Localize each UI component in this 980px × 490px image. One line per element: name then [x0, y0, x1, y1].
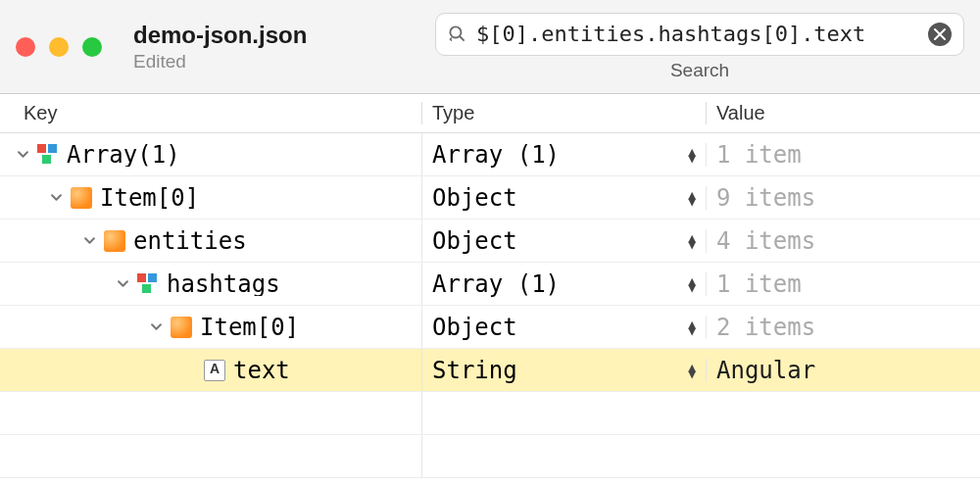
cell-key: hashtags: [0, 272, 421, 296]
cell-value[interactable]: Angular: [706, 359, 980, 382]
object-icon: [71, 187, 92, 209]
array-icon: [137, 273, 159, 295]
cell-type[interactable]: Object▲▼: [421, 176, 706, 219]
chevron-down-icon[interactable]: [16, 149, 29, 160]
key-label: Item[0]: [100, 186, 199, 210]
type-stepper[interactable]: ▲▼: [688, 191, 696, 205]
cell-value[interactable]: 2 items: [706, 316, 980, 339]
cell-key: Item[0]: [0, 186, 421, 210]
close-window-button[interactable]: [16, 37, 35, 57]
key-label: Array(1): [67, 143, 180, 167]
cell-type[interactable]: Object▲▼: [421, 220, 706, 262]
tree-row-empty: [0, 392, 980, 435]
window-subtitle: Edited: [133, 51, 307, 73]
type-stepper[interactable]: ▲▼: [688, 320, 696, 334]
key-label: text: [233, 359, 290, 382]
zoom-window-button[interactable]: [82, 37, 102, 57]
window-title: demo-json.json: [133, 22, 307, 49]
cell-value[interactable]: 1 item: [706, 272, 980, 296]
chevron-down-icon[interactable]: [149, 321, 163, 332]
cell-type[interactable]: Array (1)▲▼: [421, 263, 706, 305]
key-label: Item[0]: [200, 316, 299, 339]
column-header-value[interactable]: Value: [706, 102, 980, 124]
type-label: Object: [432, 316, 517, 339]
cell-value[interactable]: 9 items: [706, 186, 980, 210]
string-icon: [204, 360, 225, 381]
svg-line-1: [460, 36, 465, 41]
search-icon: [448, 24, 466, 43]
clear-search-button[interactable]: [928, 23, 952, 46]
type-label: Object: [432, 229, 517, 253]
type-label: Array (1): [432, 143, 560, 167]
svg-point-0: [450, 26, 461, 37]
column-headers: Key Type Value: [0, 94, 980, 133]
traffic-lights: [16, 37, 102, 57]
object-icon: [171, 317, 192, 338]
search-field[interactable]: [435, 13, 964, 56]
array-icon: [37, 144, 59, 166]
chevron-down-icon[interactable]: [49, 192, 63, 203]
tree-row-empty: [0, 435, 980, 478]
type-stepper[interactable]: ▲▼: [688, 364, 696, 377]
chevron-down-icon[interactable]: [82, 235, 96, 246]
tree-row[interactable]: Item[0]Object▲▼2 items: [0, 306, 980, 349]
type-stepper[interactable]: ▲▼: [688, 148, 696, 162]
cell-type[interactable]: String▲▼: [421, 349, 706, 391]
cell-type[interactable]: Array (1)▲▼: [421, 133, 706, 175]
column-header-type[interactable]: Type: [421, 102, 706, 124]
title-block: demo-json.json Edited: [133, 22, 307, 73]
object-icon: [104, 230, 125, 252]
cell-key: Item[0]: [0, 316, 421, 339]
cell-key: entities: [0, 229, 421, 253]
type-stepper[interactable]: ▲▼: [688, 277, 696, 291]
chevron-down-icon[interactable]: [116, 278, 129, 289]
search-input[interactable]: [476, 22, 928, 46]
minimize-window-button[interactable]: [49, 37, 69, 57]
cell-value[interactable]: 4 items: [706, 229, 980, 253]
tree: Array(1)Array (1)▲▼1 itemItem[0]Object▲▼…: [0, 133, 980, 478]
cell-type[interactable]: Object▲▼: [421, 306, 706, 348]
tree-row[interactable]: textString▲▼Angular: [0, 349, 980, 392]
tree-row[interactable]: Item[0]Object▲▼9 items: [0, 176, 980, 220]
tree-row[interactable]: entitiesObject▲▼4 items: [0, 220, 980, 263]
type-label: String: [432, 359, 517, 382]
key-label: hashtags: [167, 272, 280, 296]
titlebar: demo-json.json Edited Search: [0, 0, 980, 94]
type-label: Array (1): [432, 272, 560, 296]
search-wrap: Search: [435, 13, 964, 81]
tree-row[interactable]: hashtagsArray (1)▲▼1 item: [0, 263, 980, 306]
search-label: Search: [670, 60, 729, 81]
cell-key: Array(1): [0, 143, 421, 167]
type-stepper[interactable]: ▲▼: [688, 234, 696, 248]
type-label: Object: [432, 186, 517, 210]
tree-row[interactable]: Array(1)Array (1)▲▼1 item: [0, 133, 980, 176]
cell-key: text: [0, 359, 421, 382]
column-header-key[interactable]: Key: [0, 102, 421, 124]
key-label: entities: [133, 229, 247, 253]
cell-value[interactable]: 1 item: [706, 143, 980, 167]
